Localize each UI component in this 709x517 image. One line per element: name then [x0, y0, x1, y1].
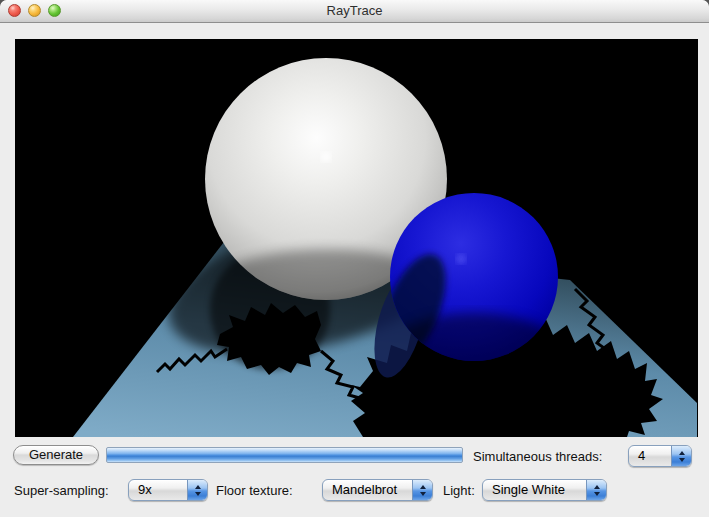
threads-stepper[interactable]: 4: [628, 445, 692, 467]
threads-label: Simultaneous threads:: [473, 449, 602, 464]
popup-arrows-icon: [187, 480, 207, 500]
floor-texture-label: Floor texture:: [216, 483, 293, 498]
arrow-down-icon: [195, 492, 201, 496]
render-view: [15, 39, 698, 437]
progress-bar: [106, 447, 463, 463]
floor-texture-popup[interactable]: Mandelbrot: [322, 479, 433, 501]
title-bar[interactable]: RayTrace: [0, 0, 709, 23]
arrow-up-icon: [420, 485, 426, 489]
stepper-arrows-icon[interactable]: [671, 446, 691, 466]
supersampling-label: Super-sampling:: [14, 483, 109, 498]
generate-button[interactable]: Generate: [13, 445, 99, 465]
white-sphere-highlight: [321, 152, 331, 162]
raytraced-scene: [15, 39, 698, 437]
arrow-up-icon: [594, 485, 600, 489]
arrow-up-icon: [679, 451, 685, 455]
arrow-down-icon: [420, 492, 426, 496]
threads-value: 4: [629, 448, 671, 464]
raytrace-window: RayTrace: [0, 0, 709, 517]
light-popup[interactable]: Single White: [482, 479, 607, 501]
floor-texture-value: Mandelbrot: [323, 482, 412, 498]
window-title: RayTrace: [0, 3, 709, 18]
popup-arrows-icon: [412, 480, 432, 500]
light-value: Single White: [483, 482, 586, 498]
arrow-down-icon: [679, 458, 685, 462]
light-label: Light:: [443, 483, 475, 498]
supersampling-popup[interactable]: 9x: [128, 479, 208, 501]
arrow-up-icon: [195, 485, 201, 489]
arrow-down-icon: [594, 492, 600, 496]
blue-sphere-highlight: [456, 254, 466, 264]
popup-arrows-icon: [586, 480, 606, 500]
supersampling-value: 9x: [129, 482, 187, 498]
